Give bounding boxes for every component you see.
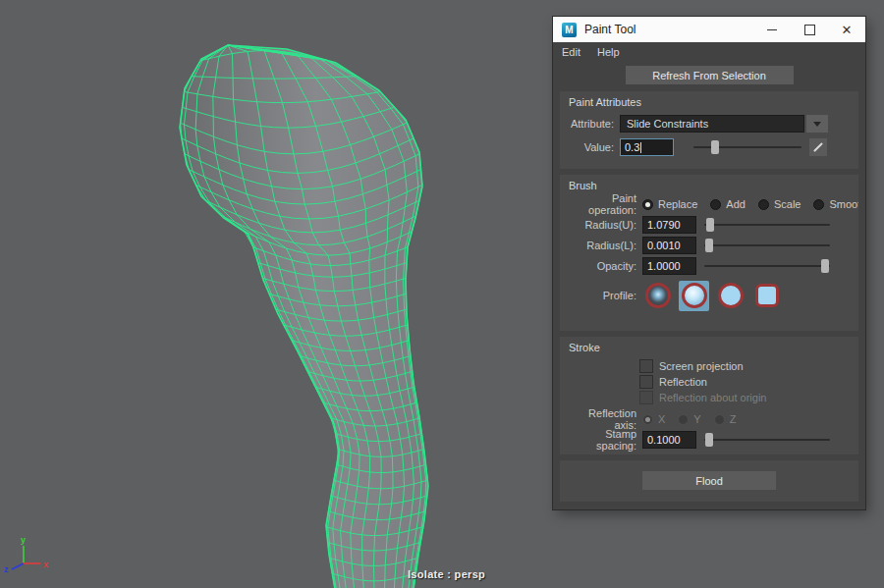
flood-button[interactable]: Flood <box>642 471 776 490</box>
slider-handle[interactable] <box>711 140 719 154</box>
radio-add[interactable]: Add <box>710 198 746 210</box>
radio-axis-x: X <box>642 413 665 425</box>
profile-label: Profile: <box>568 290 642 301</box>
radius-l-slider[interactable] <box>704 238 830 253</box>
opacity-slider[interactable] <box>704 258 830 274</box>
opacity-label: Opacity: <box>568 260 642 272</box>
stamp-spacing-slider[interactable] <box>704 432 830 448</box>
radius-l-label: Radius(L): <box>568 240 642 251</box>
close-button[interactable]: ✕ <box>828 17 865 42</box>
slider-handle[interactable] <box>705 239 713 252</box>
slider-handle[interactable] <box>821 259 829 273</box>
maximize-icon <box>804 25 815 35</box>
maya-app-icon: M <box>562 23 577 37</box>
text-cursor <box>640 142 641 153</box>
radio-replace[interactable]: Replace <box>642 198 697 210</box>
value-label: Value: <box>568 141 620 153</box>
window-titlebar[interactable]: M Paint Tool ✕ <box>553 17 865 42</box>
stroke-title: Stroke <box>560 337 858 354</box>
paint-operation-label: Paint operation: <box>568 192 642 216</box>
minimize-icon <box>767 29 777 30</box>
slider-handle[interactable] <box>706 218 714 232</box>
paint-attributes-section: Paint Attributes Attribute: Slide Constr… <box>560 91 858 169</box>
viewport-hud-label: Isolate : persp <box>408 568 485 580</box>
stamp-spacing-label: Stamp spacing: <box>568 428 642 452</box>
axis-z-label: z <box>4 564 9 574</box>
paint-attributes-title: Paint Attributes <box>560 91 858 109</box>
axis-y-label: y <box>21 535 26 545</box>
axis-x-label: x <box>43 560 48 569</box>
menu-help[interactable]: Help <box>597 46 620 58</box>
stamp-spacing-input[interactable]: 0.1000 <box>642 431 696 449</box>
axis-gizmo: y x z <box>2 533 55 580</box>
radius-u-input[interactable]: 1.0790 <box>642 216 696 234</box>
attribute-dropdown[interactable]: Slide Constraints <box>620 115 828 133</box>
radio-scale[interactable]: Scale <box>758 198 801 210</box>
paint-tool-window: M Paint Tool ✕ Edit Help Refresh From Se… <box>553 17 865 509</box>
radius-l-input[interactable]: 0.0010 <box>642 237 696 254</box>
maximize-button[interactable] <box>791 17 828 42</box>
opacity-input[interactable]: 1.0000 <box>642 257 696 275</box>
minimize-button[interactable] <box>753 17 791 42</box>
stroke-section: Stroke Screen projection Reflection Refl… <box>560 337 858 454</box>
checkbox-reflection-about-origin: Reflection about origin <box>639 391 766 404</box>
slider-handle[interactable] <box>705 433 713 447</box>
close-icon: ✕ <box>842 24 853 36</box>
checkbox-screen-projection[interactable]: Screen projection <box>639 359 744 373</box>
flood-section: Flood <box>560 460 858 502</box>
pen-icon <box>813 142 823 152</box>
checkbox-reflection[interactable]: Reflection <box>639 375 707 389</box>
menu-edit[interactable]: Edit <box>562 46 580 58</box>
profile-solid-button[interactable] <box>715 281 746 311</box>
attribute-dropdown-button[interactable] <box>806 115 828 133</box>
radius-u-label: Radius(U): <box>568 219 642 231</box>
solid-brush-icon <box>718 283 744 308</box>
refresh-from-selection-button[interactable]: Refresh From Selection <box>626 66 794 84</box>
gaussian-brush-icon <box>645 283 671 308</box>
profile-soft-button[interactable] <box>679 281 709 311</box>
soft-brush-icon <box>682 283 707 308</box>
value-picker-button[interactable] <box>809 138 827 156</box>
attribute-label: Attribute: <box>568 118 620 130</box>
square-brush-icon <box>755 284 779 307</box>
value-slider[interactable] <box>693 139 801 155</box>
radio-axis-y: Y <box>678 413 700 425</box>
window-title: Paint Tool <box>584 23 635 36</box>
chevron-down-icon <box>813 122 821 127</box>
radio-smooth[interactable]: Smooth <box>813 198 858 210</box>
value-input[interactable]: 0.3 <box>620 138 674 156</box>
radio-axis-z: Z <box>714 413 737 425</box>
menubar: Edit Help <box>553 42 865 61</box>
profile-square-button[interactable] <box>751 281 782 311</box>
attribute-dropdown-value[interactable]: Slide Constraints <box>620 115 804 133</box>
brush-title: Brush <box>560 175 858 192</box>
profile-gaussian-button[interactable] <box>642 281 673 311</box>
brush-section: Brush Paint operation: Replace Add Scale… <box>560 175 858 331</box>
radius-u-slider[interactable] <box>704 217 830 233</box>
